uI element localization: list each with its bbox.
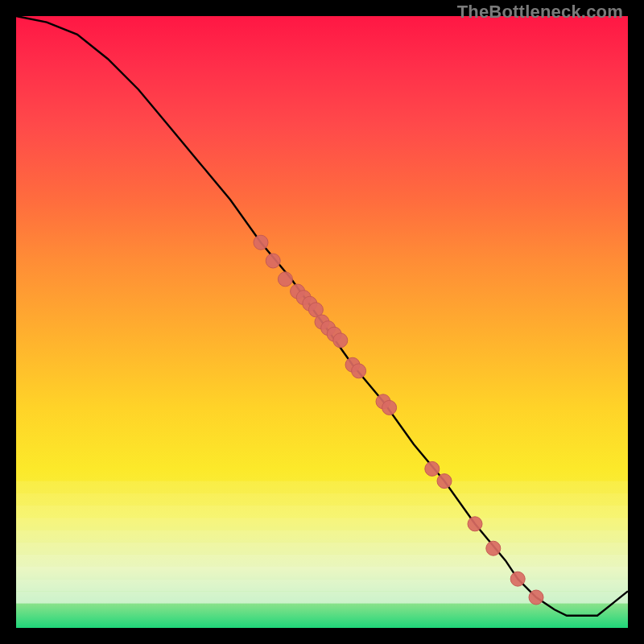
data-marker	[425, 461, 440, 476]
chart-plot-area	[16, 16, 628, 628]
data-marker	[382, 400, 397, 415]
significance-bands	[16, 481, 628, 604]
chart-svg	[16, 16, 628, 628]
sig-band	[16, 518, 628, 530]
sig-band	[16, 579, 628, 591]
sig-band	[16, 543, 628, 555]
data-marker	[468, 517, 482, 531]
sig-band	[16, 555, 628, 567]
sig-band	[16, 530, 628, 542]
data-marker	[266, 254, 280, 268]
data-marker	[254, 235, 268, 250]
data-marker	[510, 572, 525, 586]
data-marker	[352, 364, 366, 378]
data-marker	[486, 541, 501, 555]
data-marker	[278, 272, 292, 287]
sig-band	[16, 506, 628, 518]
sig-band	[16, 481, 628, 493]
watermark-text: TheBottleneck.com	[457, 2, 623, 23]
data-marker	[529, 590, 543, 605]
sig-band	[16, 567, 628, 579]
data-marker	[437, 474, 452, 489]
sig-band	[16, 493, 628, 506]
data-marker	[333, 333, 348, 348]
